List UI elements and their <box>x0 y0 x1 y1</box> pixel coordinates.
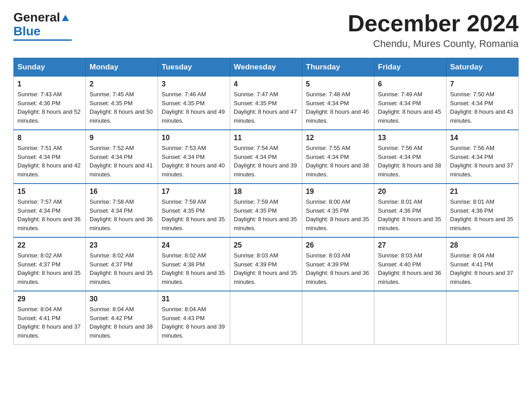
day-number: 11 <box>234 134 298 142</box>
table-row <box>302 291 374 345</box>
day-info: Sunrise: 8:04 AM Sunset: 4:43 PM Dayligh… <box>162 305 226 340</box>
col-friday: Friday <box>374 58 446 77</box>
day-info: Sunrise: 8:04 AM Sunset: 4:42 PM Dayligh… <box>90 305 154 340</box>
day-number: 2 <box>90 80 154 88</box>
day-info: Sunrise: 8:04 AM Sunset: 4:41 PM Dayligh… <box>450 251 515 286</box>
day-info: Sunrise: 7:56 AM Sunset: 4:34 PM Dayligh… <box>450 144 515 179</box>
day-info: Sunrise: 7:45 AM Sunset: 4:35 PM Dayligh… <box>90 90 154 125</box>
table-row: 21 Sunrise: 8:01 AM Sunset: 4:36 PM Dayl… <box>446 184 519 237</box>
day-number: 30 <box>90 295 154 303</box>
day-info: Sunrise: 8:04 AM Sunset: 4:41 PM Dayligh… <box>17 305 82 340</box>
col-sunday: Sunday <box>14 58 86 77</box>
day-number: 28 <box>450 241 515 249</box>
day-info: Sunrise: 8:03 AM Sunset: 4:40 PM Dayligh… <box>378 251 442 286</box>
day-info: Sunrise: 7:59 AM Sunset: 4:35 PM Dayligh… <box>234 197 298 232</box>
day-info: Sunrise: 7:47 AM Sunset: 4:35 PM Dayligh… <box>234 90 298 125</box>
day-info: Sunrise: 8:02 AM Sunset: 4:37 PM Dayligh… <box>17 251 82 286</box>
day-info: Sunrise: 7:57 AM Sunset: 4:34 PM Dayligh… <box>17 197 82 232</box>
day-number: 18 <box>234 188 298 196</box>
day-info: Sunrise: 7:48 AM Sunset: 4:34 PM Dayligh… <box>306 90 370 125</box>
calendar-week-row: 1 Sunrise: 7:43 AM Sunset: 4:36 PM Dayli… <box>14 77 519 130</box>
table-row: 20 Sunrise: 8:01 AM Sunset: 4:36 PM Dayl… <box>374 184 446 237</box>
calendar-week-row: 15 Sunrise: 7:57 AM Sunset: 4:34 PM Dayl… <box>14 184 519 237</box>
day-number: 5 <box>306 80 370 88</box>
calendar-week-row: 22 Sunrise: 8:02 AM Sunset: 4:37 PM Dayl… <box>14 237 519 291</box>
day-info: Sunrise: 7:49 AM Sunset: 4:34 PM Dayligh… <box>378 90 442 125</box>
table-row: 2 Sunrise: 7:45 AM Sunset: 4:35 PM Dayli… <box>86 77 158 130</box>
col-saturday: Saturday <box>446 58 519 77</box>
day-number: 25 <box>234 241 298 249</box>
day-info: Sunrise: 8:00 AM Sunset: 4:35 PM Dayligh… <box>306 197 370 232</box>
calendar-week-row: 29 Sunrise: 8:04 AM Sunset: 4:41 PM Dayl… <box>14 291 519 345</box>
calendar-title-block: December 2024 Chendu, Mures County, Roma… <box>348 11 519 50</box>
logo-general-text: General <box>13 11 60 25</box>
day-number: 23 <box>90 241 154 249</box>
table-row: 22 Sunrise: 8:02 AM Sunset: 4:37 PM Dayl… <box>14 237 86 291</box>
table-row: 31 Sunrise: 8:04 AM Sunset: 4:43 PM Dayl… <box>158 291 230 345</box>
table-row: 29 Sunrise: 8:04 AM Sunset: 4:41 PM Dayl… <box>14 291 86 345</box>
table-row: 26 Sunrise: 8:03 AM Sunset: 4:39 PM Dayl… <box>302 237 374 291</box>
day-number: 14 <box>450 134 515 142</box>
day-number: 21 <box>450 188 515 196</box>
table-row: 19 Sunrise: 8:00 AM Sunset: 4:35 PM Dayl… <box>302 184 374 237</box>
table-row: 17 Sunrise: 7:59 AM Sunset: 4:35 PM Dayl… <box>158 184 230 237</box>
calendar-subtitle: Chendu, Mures County, Romania <box>348 38 519 50</box>
day-number: 7 <box>450 80 515 88</box>
day-number: 29 <box>17 295 82 303</box>
day-info: Sunrise: 7:56 AM Sunset: 4:34 PM Dayligh… <box>378 144 442 179</box>
day-number: 6 <box>378 80 442 88</box>
day-number: 9 <box>90 134 154 142</box>
day-info: Sunrise: 8:02 AM Sunset: 4:38 PM Dayligh… <box>162 251 226 286</box>
day-info: Sunrise: 7:43 AM Sunset: 4:36 PM Dayligh… <box>17 90 82 125</box>
col-thursday: Thursday <box>302 58 374 77</box>
table-row: 30 Sunrise: 8:04 AM Sunset: 4:42 PM Dayl… <box>86 291 158 345</box>
table-row <box>374 291 446 345</box>
table-row <box>446 291 519 345</box>
table-row: 8 Sunrise: 7:51 AM Sunset: 4:34 PM Dayli… <box>14 130 86 184</box>
table-row: 6 Sunrise: 7:49 AM Sunset: 4:34 PM Dayli… <box>374 77 446 130</box>
day-number: 10 <box>162 134 226 142</box>
day-info: Sunrise: 7:46 AM Sunset: 4:35 PM Dayligh… <box>162 90 226 125</box>
table-row: 28 Sunrise: 8:04 AM Sunset: 4:41 PM Dayl… <box>446 237 519 291</box>
day-number: 31 <box>162 295 226 303</box>
table-row: 12 Sunrise: 7:55 AM Sunset: 4:34 PM Dayl… <box>302 130 374 184</box>
day-number: 17 <box>162 188 226 196</box>
page-header: General Blue December 2024 Chendu, Mures… <box>13 11 519 50</box>
col-tuesday: Tuesday <box>158 58 230 77</box>
day-info: Sunrise: 8:03 AM Sunset: 4:39 PM Dayligh… <box>234 251 298 286</box>
day-info: Sunrise: 7:55 AM Sunset: 4:34 PM Dayligh… <box>306 144 370 179</box>
day-number: 12 <box>306 134 370 142</box>
day-info: Sunrise: 7:50 AM Sunset: 4:34 PM Dayligh… <box>450 90 515 125</box>
table-row: 11 Sunrise: 7:54 AM Sunset: 4:34 PM Dayl… <box>230 130 302 184</box>
day-number: 3 <box>162 80 226 88</box>
table-row: 14 Sunrise: 7:56 AM Sunset: 4:34 PM Dayl… <box>446 130 519 184</box>
table-row: 5 Sunrise: 7:48 AM Sunset: 4:34 PM Dayli… <box>302 77 374 130</box>
table-row: 3 Sunrise: 7:46 AM Sunset: 4:35 PM Dayli… <box>158 77 230 130</box>
day-info: Sunrise: 7:52 AM Sunset: 4:34 PM Dayligh… <box>90 144 154 179</box>
table-row: 4 Sunrise: 7:47 AM Sunset: 4:35 PM Dayli… <box>230 77 302 130</box>
logo-triangle-icon <box>62 15 69 21</box>
logo: General Blue <box>13 11 72 41</box>
col-monday: Monday <box>86 58 158 77</box>
calendar-table: Sunday Monday Tuesday Wednesday Thursday… <box>13 58 519 345</box>
table-row <box>230 291 302 345</box>
table-row: 10 Sunrise: 7:53 AM Sunset: 4:34 PM Dayl… <box>158 130 230 184</box>
day-number: 1 <box>17 80 82 88</box>
table-row: 18 Sunrise: 7:59 AM Sunset: 4:35 PM Dayl… <box>230 184 302 237</box>
table-row: 7 Sunrise: 7:50 AM Sunset: 4:34 PM Dayli… <box>446 77 519 130</box>
day-number: 26 <box>306 241 370 249</box>
day-number: 22 <box>17 241 82 249</box>
day-number: 15 <box>17 188 82 196</box>
table-row: 13 Sunrise: 7:56 AM Sunset: 4:34 PM Dayl… <box>374 130 446 184</box>
table-row: 1 Sunrise: 7:43 AM Sunset: 4:36 PM Dayli… <box>14 77 86 130</box>
day-number: 24 <box>162 241 226 249</box>
table-row: 25 Sunrise: 8:03 AM Sunset: 4:39 PM Dayl… <box>230 237 302 291</box>
table-row: 16 Sunrise: 7:58 AM Sunset: 4:34 PM Dayl… <box>86 184 158 237</box>
logo-blue-text: Blue <box>13 25 41 39</box>
day-info: Sunrise: 8:01 AM Sunset: 4:36 PM Dayligh… <box>450 197 515 232</box>
day-number: 20 <box>378 188 442 196</box>
table-row: 24 Sunrise: 8:02 AM Sunset: 4:38 PM Dayl… <box>158 237 230 291</box>
day-number: 13 <box>378 134 442 142</box>
day-info: Sunrise: 7:59 AM Sunset: 4:35 PM Dayligh… <box>162 197 226 232</box>
day-info: Sunrise: 8:02 AM Sunset: 4:37 PM Dayligh… <box>90 251 154 286</box>
